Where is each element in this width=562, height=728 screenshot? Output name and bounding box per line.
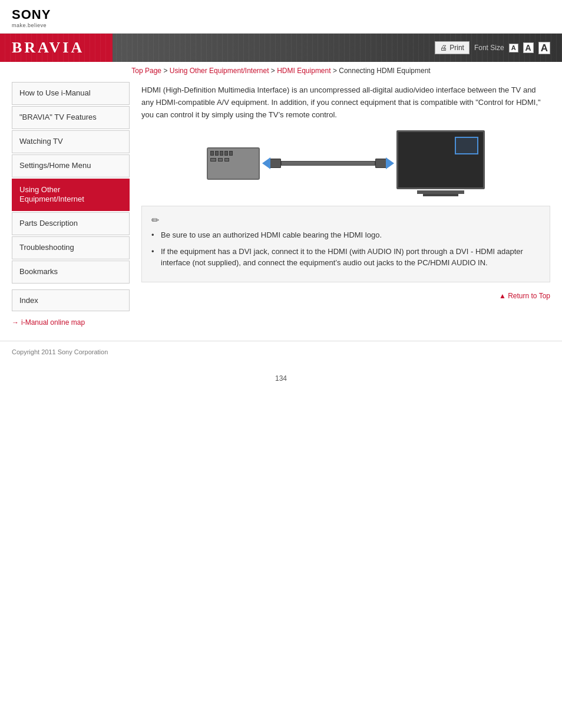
source-port-row2-1 [210, 158, 216, 162]
sidebar-index[interactable]: Index [12, 289, 130, 311]
sidebar-online-map-link[interactable]: i-Manual online map [12, 316, 130, 329]
copyright-text: Copyright 2011 Sony Corporation [12, 348, 108, 355]
breadcrumb-link3[interactable]: HDMI Equipment [277, 67, 330, 75]
font-medium-button[interactable]: A [523, 42, 534, 53]
font-size-label: Font Size [474, 44, 504, 52]
sony-name: SONY [12, 7, 550, 22]
note-item-2: If the equipment has a DVI jack, connect… [151, 246, 540, 269]
source-device [207, 147, 260, 180]
breadcrumb-sep3: > [333, 67, 339, 75]
source-port-2 [215, 151, 219, 156]
cable-assembly [262, 157, 394, 169]
sidebar-item-using-other[interactable]: Using Other Equipment/Internet [12, 179, 130, 212]
source-port-1 [210, 151, 214, 156]
content-area: HDMI (High-Definition Multimedia Interfa… [141, 82, 550, 329]
sidebar-item-bookmarks[interactable]: Bookmarks [12, 261, 130, 284]
sidebar-item-watching-tv[interactable]: Watching TV [12, 130, 130, 153]
source-port-5 [229, 151, 233, 156]
note-item-1: Be sure to use an authorized HDMI cable … [151, 229, 540, 241]
notes-box: ✏ Be sure to use an authorized HDMI cabl… [141, 206, 550, 282]
hdmi-diagram [141, 130, 550, 196]
source-port-row2-2 [218, 158, 223, 162]
source-port-4 [224, 151, 228, 156]
sidebar-item-how-to-use[interactable]: How to Use i-Manual [12, 82, 130, 105]
bravia-bar: BRAVIA 🖨 Print Font Size A A A [0, 34, 562, 62]
tv-base [423, 194, 458, 196]
bravia-title: BRAVIA [12, 39, 84, 57]
print-button[interactable]: 🖨 Print [435, 41, 470, 54]
footer: Copyright 2011 Sony Corporation [0, 341, 562, 363]
sidebar: How to Use i-Manual "BRAVIA" TV Features… [12, 82, 130, 329]
content-description: HDMI (High-Definition Multimedia Interfa… [141, 84, 550, 121]
sony-logo: SONY make.believe [12, 7, 550, 28]
font-large-button[interactable]: A [538, 42, 550, 54]
breadcrumb-link2[interactable]: Using Other Equipment/Internet [170, 67, 269, 75]
return-top-link[interactable]: Return to Top [499, 292, 550, 300]
sidebar-item-parts-desc[interactable]: Parts Description [12, 212, 130, 235]
page-number: 134 [0, 374, 562, 388]
tv-screen [396, 130, 485, 189]
sidebar-item-bravia-features[interactable]: "BRAVIA" TV Features [12, 106, 130, 129]
font-small-button[interactable]: A [509, 44, 518, 52]
breadcrumb-top-page[interactable]: Top Page [131, 67, 161, 75]
sony-tagline: make.believe [12, 22, 550, 28]
hdmi-cable [281, 161, 375, 166]
breadcrumb-sep1: > [163, 67, 169, 75]
hdmi-connector-left [269, 159, 281, 168]
breadcrumb: Top Page > Using Other Equipment/Interne… [0, 62, 562, 80]
source-ports [210, 151, 233, 156]
print-label: Print [449, 44, 464, 52]
hdmi-diagram-inner [207, 130, 485, 196]
sidebar-item-troubleshooting[interactable]: Troubleshooting [12, 236, 130, 259]
bravia-controls: 🖨 Print Font Size A A A [435, 41, 550, 54]
breadcrumb-sep2: > [271, 67, 277, 75]
main-layout: How to Use i-Manual "BRAVIA" TV Features… [0, 82, 562, 329]
hdmi-connector-right [375, 159, 387, 168]
printer-icon: 🖨 [440, 44, 447, 52]
tv-screen-highlight [455, 137, 478, 154]
sidebar-item-settings[interactable]: Settings/Home Menu [12, 154, 130, 177]
header: SONY make.believe BRAVIA 🖨 Print Font Si… [0, 0, 562, 62]
notes-icon: ✏ [151, 215, 540, 226]
source-port-3 [220, 151, 223, 156]
arrow-right [386, 157, 394, 169]
breadcrumb-current: Connecting HDMI Equipment [339, 67, 430, 75]
return-to-top: Return to Top [141, 289, 550, 302]
notes-list: Be sure to use an authorized HDMI cable … [151, 229, 540, 269]
arrow-left [262, 157, 270, 169]
source-port-row2-3 [224, 158, 229, 162]
tv-device [396, 130, 485, 196]
